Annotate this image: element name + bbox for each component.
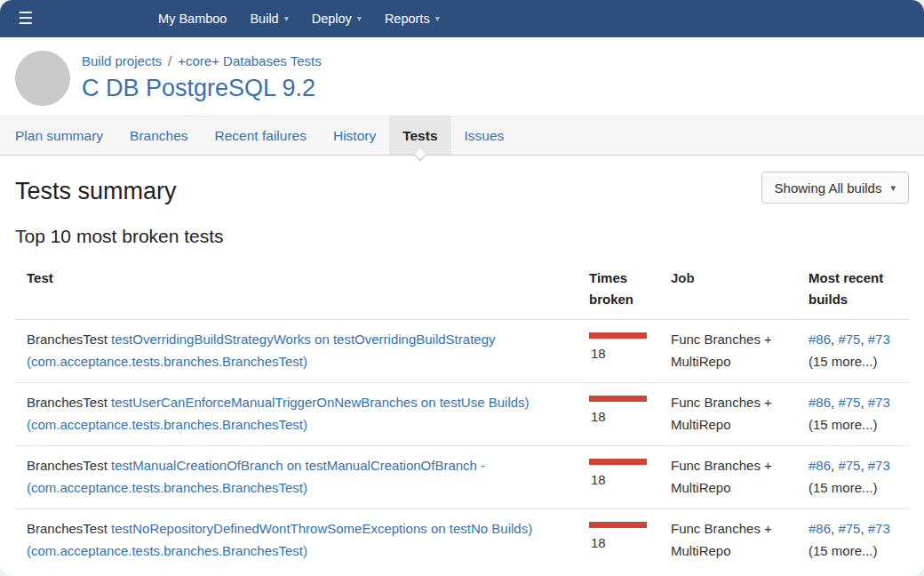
tab-tests-label: Tests bbox=[402, 128, 437, 143]
test-prefix: BranchesTest bbox=[27, 332, 108, 347]
separator: , bbox=[860, 395, 867, 410]
plan-header: Build projects/+core+ Databases Tests C … bbox=[0, 37, 924, 116]
build-link[interactable]: #86 bbox=[808, 521, 831, 536]
nav-deploy-label: Deploy bbox=[312, 0, 352, 37]
build-link[interactable]: #86 bbox=[808, 395, 831, 410]
table-row: BranchesTest testNoRepositoryDefinedWont… bbox=[15, 509, 909, 572]
times-broken-cell: 18 bbox=[589, 517, 671, 562]
times-broken-value: 18 bbox=[591, 532, 664, 554]
tests-summary-content: Tests summary Showing All builds ▾ Top 1… bbox=[0, 156, 924, 572]
broken-bar bbox=[589, 396, 647, 402]
bamboo-app: ☰ My Bamboo Build ▾ Deploy ▾ Reports ▾ B… bbox=[0, 0, 924, 576]
table-row: BranchesTest testOverridingBuildStrategy… bbox=[15, 320, 909, 383]
nav-reports-label: Reports bbox=[385, 0, 430, 37]
build-link[interactable]: #73 bbox=[868, 332, 890, 347]
build-link[interactable]: #75 bbox=[838, 395, 860, 410]
builds-cell: #86, #75, #73 (15 more...) bbox=[808, 328, 909, 372]
chevron-down-icon: ▾ bbox=[890, 182, 896, 194]
header-job: Job bbox=[671, 268, 808, 310]
page-title: C DB PostgreSQL 9.2 bbox=[82, 74, 322, 102]
plan-tabbar: Plan summary Branches Recent failures Hi… bbox=[0, 116, 924, 156]
times-broken-cell: 18 bbox=[589, 391, 671, 436]
chevron-down-icon: ▾ bbox=[357, 0, 362, 37]
test-prefix: BranchesTest bbox=[27, 521, 108, 536]
build-link[interactable]: #75 bbox=[838, 458, 860, 473]
nav-build-label: Build bbox=[250, 0, 278, 37]
plan-header-text: Build projects/+core+ Databases Tests C … bbox=[82, 51, 322, 102]
broken-bar bbox=[589, 522, 647, 528]
breadcrumb: Build projects/+core+ Databases Tests bbox=[82, 53, 322, 68]
job-cell: Func Branches + MultiRepo bbox=[671, 454, 808, 499]
more-builds-link[interactable]: (15 more...) bbox=[808, 540, 909, 562]
separator: , bbox=[860, 458, 867, 473]
job-cell: Func Branches + MultiRepo bbox=[671, 517, 808, 562]
chevron-down-icon: ▾ bbox=[435, 0, 440, 37]
builds-cell: #86, #75, #73 (15 more...) bbox=[808, 391, 909, 436]
build-links: #86, #75, #73 bbox=[808, 391, 909, 413]
tab-issues[interactable]: Issues bbox=[451, 116, 518, 155]
nav-my-bamboo-label: My Bamboo bbox=[158, 0, 227, 37]
broken-bar bbox=[589, 332, 647, 339]
build-link[interactable]: #75 bbox=[838, 332, 860, 347]
header-times-broken: Times broken bbox=[589, 268, 671, 310]
test-prefix: BranchesTest bbox=[27, 458, 108, 473]
table-row: BranchesTest testUserCanEnforceManualTri… bbox=[15, 383, 909, 446]
build-link[interactable]: #86 bbox=[808, 458, 831, 473]
table-row: BranchesTest testManualCreationOfBranch … bbox=[15, 446, 909, 509]
tab-recent-failures[interactable]: Recent failures bbox=[202, 116, 320, 155]
builds-cell: #86, #75, #73 (15 more...) bbox=[808, 454, 909, 499]
tab-tests[interactable]: Tests bbox=[389, 116, 450, 155]
test-cell: BranchesTest testUserCanEnforceManualTri… bbox=[15, 391, 589, 436]
chevron-down-icon: ▾ bbox=[284, 0, 289, 37]
test-prefix: BranchesTest bbox=[27, 395, 108, 410]
build-link[interactable]: #75 bbox=[838, 521, 860, 536]
build-links: #86, #75, #73 bbox=[808, 454, 909, 476]
avatar bbox=[15, 51, 70, 106]
tab-history[interactable]: History bbox=[320, 116, 389, 155]
top-navbar: ☰ My Bamboo Build ▾ Deploy ▾ Reports ▾ bbox=[0, 0, 924, 37]
nav-my-bamboo[interactable]: My Bamboo bbox=[147, 0, 238, 37]
build-link[interactable]: #86 bbox=[808, 332, 831, 347]
times-broken-value: 18 bbox=[591, 342, 664, 364]
times-broken-value: 18 bbox=[591, 468, 664, 491]
summary-head: Tests summary Showing All builds ▾ bbox=[15, 168, 909, 205]
test-cell: BranchesTest testNoRepositoryDefinedWont… bbox=[15, 517, 589, 562]
test-cell: BranchesTest testOverridingBuildStrategy… bbox=[15, 328, 589, 372]
tab-branches[interactable]: Branches bbox=[116, 116, 201, 155]
job-cell: Func Branches + MultiRepo bbox=[671, 391, 808, 436]
table-header-row: Test Times broken Job Most recent builds bbox=[15, 262, 909, 320]
more-builds-link[interactable]: (15 more...) bbox=[808, 350, 909, 372]
showing-builds-dropdown[interactable]: Showing All builds ▾ bbox=[761, 172, 909, 204]
build-links: #86, #75, #73 bbox=[808, 517, 909, 540]
build-link[interactable]: #73 bbox=[868, 521, 890, 536]
breadcrumb-plan-name[interactable]: +core+ Databases Tests bbox=[178, 53, 321, 68]
nav-deploy[interactable]: Deploy ▾ bbox=[300, 0, 373, 37]
showing-builds-label: Showing All builds bbox=[775, 180, 882, 196]
builds-cell: #86, #75, #73 (15 more...) bbox=[808, 517, 909, 562]
menu-icon[interactable]: ☰ bbox=[18, 0, 33, 37]
nav-items: My Bamboo Build ▾ Deploy ▾ Reports ▾ bbox=[147, 0, 451, 37]
test-cell: BranchesTest testManualCreationOfBranch … bbox=[15, 454, 589, 499]
times-broken-value: 18 bbox=[591, 405, 664, 428]
job-cell: Func Branches + MultiRepo bbox=[671, 328, 808, 372]
build-link[interactable]: #73 bbox=[868, 395, 890, 410]
header-test: Test bbox=[15, 268, 589, 310]
times-broken-cell: 18 bbox=[589, 328, 671, 372]
broken-tests-table: Test Times broken Job Most recent builds… bbox=[15, 262, 909, 572]
separator: , bbox=[860, 521, 867, 536]
more-builds-link[interactable]: (15 more...) bbox=[808, 476, 909, 499]
more-builds-link[interactable]: (15 more...) bbox=[808, 413, 909, 436]
header-most-recent-builds: Most recent builds bbox=[808, 268, 909, 310]
times-broken-cell: 18 bbox=[589, 454, 671, 499]
tab-plan-summary[interactable]: Plan summary bbox=[2, 116, 116, 155]
tests-summary-title: Tests summary bbox=[15, 177, 177, 205]
build-link[interactable]: #73 bbox=[868, 458, 890, 473]
section-title: Top 10 most broken tests bbox=[15, 225, 909, 248]
broken-bar bbox=[589, 459, 647, 465]
breadcrumb-separator: / bbox=[168, 53, 171, 68]
breadcrumb-build-projects[interactable]: Build projects bbox=[82, 53, 162, 68]
nav-reports[interactable]: Reports ▾ bbox=[373, 0, 451, 37]
build-links: #86, #75, #73 bbox=[808, 328, 909, 350]
nav-build[interactable]: Build ▾ bbox=[238, 0, 299, 37]
separator: , bbox=[860, 332, 867, 347]
